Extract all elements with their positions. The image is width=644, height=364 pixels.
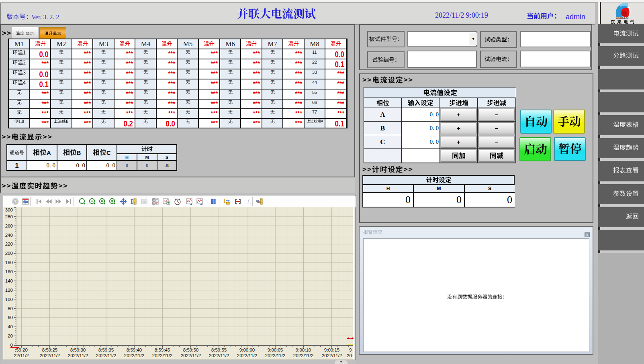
svg-text:2022/11/2: 2022/11/2 <box>96 353 116 358</box>
svg-text:8:59:45: 8:59:45 <box>155 348 170 352</box>
svg-text:x: x <box>250 201 251 205</box>
svg-text:20: 20 <box>8 333 13 338</box>
svg-text:2022/11/2: 2022/11/2 <box>265 353 285 358</box>
svg-text:2022/11/2: 2022/11/2 <box>68 353 88 358</box>
svg-text:200: 200 <box>5 251 13 256</box>
svg-text:2022/11/2: 2022/11/2 <box>40 353 60 358</box>
svg-text:2022/11/2: 2022/11/2 <box>209 353 229 358</box>
svg-text:8:59:40: 8:59:40 <box>127 348 142 352</box>
svg-text:2022/11/2: 2022/11/2 <box>181 353 201 358</box>
svg-text:120: 120 <box>5 288 13 293</box>
svg-text:260: 260 <box>5 224 13 228</box>
svg-text:180: 180 <box>5 260 13 265</box>
svg-text:2022/11/2: 2022/11/2 <box>237 353 257 358</box>
svg-text:8:59:50: 8:59:50 <box>183 348 198 352</box>
svg-text:m: m <box>143 200 146 203</box>
svg-text:2022/11/2: 2022/11/2 <box>293 353 313 358</box>
svg-text:22/11/2: 22/11/2 <box>14 353 29 358</box>
svg-text:40: 40 <box>8 324 13 329</box>
svg-text:9:00:00: 9:00:00 <box>239 348 255 352</box>
svg-text:280: 280 <box>5 214 13 219</box>
svg-text:?: ? <box>14 199 16 204</box>
svg-text:2022/11/2: 2022/11/2 <box>152 353 172 358</box>
svg-text:9:00:10: 9:00:10 <box>296 348 311 352</box>
svg-text:300: 300 <box>5 207 13 212</box>
svg-text:DONGLAI: DONGLAI <box>616 16 628 19</box>
svg-text:9: 9 <box>349 348 352 352</box>
svg-text:140: 140 <box>5 279 13 283</box>
svg-text:8:59:55: 8:59:55 <box>211 348 227 352</box>
svg-text:9:00:15: 9:00:15 <box>324 348 339 352</box>
svg-text:80: 80 <box>8 306 13 311</box>
svg-text:60: 60 <box>8 315 13 320</box>
svg-text:2022/11/2: 2022/11/2 <box>124 353 144 358</box>
svg-text:2022/11/2: 2022/11/2 <box>322 353 342 358</box>
svg-text:8:59:30: 8:59:30 <box>70 348 86 352</box>
svg-text:%: % <box>256 199 260 204</box>
svg-text:8:59:25: 8:59:25 <box>42 348 57 352</box>
svg-text::59:20: :59:20 <box>15 348 28 352</box>
svg-text:240: 240 <box>5 233 13 238</box>
svg-text:160: 160 <box>5 269 13 274</box>
svg-text:0: 0 <box>10 343 13 348</box>
svg-text:220: 220 <box>5 242 13 246</box>
svg-text:f: f <box>247 199 249 204</box>
svg-text:9:00:05: 9:00:05 <box>268 348 283 352</box>
svg-text:100: 100 <box>5 297 13 302</box>
svg-text:8:59:35: 8:59:35 <box>98 348 114 352</box>
svg-text:20:: 20: <box>347 353 353 358</box>
